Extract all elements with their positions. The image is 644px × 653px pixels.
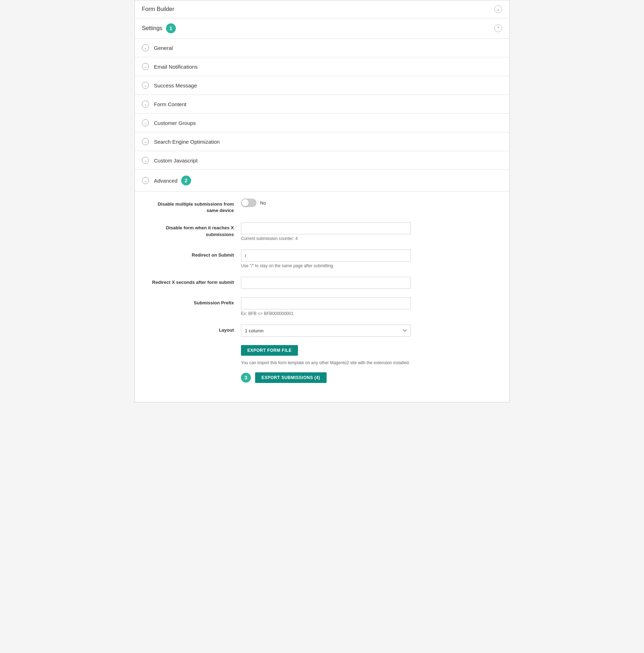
section-row-general[interactable]: ⌄ General <box>135 39 509 57</box>
redirect-label: Redirect on Submit <box>149 250 241 258</box>
section-label-seo: Search Engine Optimization <box>154 139 220 145</box>
field-row-redirect: Redirect on Submit Use "/" to stay on th… <box>149 250 495 268</box>
disable-multiple-toggle-label: No <box>260 200 266 206</box>
export-form-control: EXPORT FORM FILE You can import this for… <box>241 345 495 383</box>
submission-prefix-input[interactable] <box>241 297 411 309</box>
export-form-note: You can import this form template on any… <box>241 360 410 365</box>
disable-multiple-toggle[interactable] <box>241 199 257 207</box>
submission-prefix-label: Submission Prefix <box>149 297 241 306</box>
layout-select[interactable]: 1 column 2 columns 3 columns <box>241 325 411 337</box>
section-label-general: General <box>154 45 173 51</box>
section-label-email-notifications: Email Notifications <box>154 64 197 70</box>
toggle-knob <box>242 199 249 206</box>
redirect-seconds-control <box>241 277 495 289</box>
redirect-seconds-label: Redirect X seconds after form submit <box>149 277 241 286</box>
submission-prefix-control: Ex: BFB => BFB000000001 <box>241 297 495 316</box>
settings-title-row: Settings 1 <box>142 23 176 33</box>
export-submissions-row: 3 EXPORT SUBMISSIONS (4) <box>241 372 495 383</box>
section-row-customer-groups[interactable]: ⌄ Customer Groups <box>135 114 509 132</box>
section-label-custom-js: Custom Javascript <box>154 157 197 164</box>
section-collapse-icon-success: ⌄ <box>142 82 149 89</box>
redirect-note: Use "/" to stay on the same page after s… <box>241 263 495 268</box>
section-row-email-notifications[interactable]: ⌄ Email Notifications <box>135 57 509 76</box>
field-row-layout: Layout 1 column 2 columns 3 columns <box>149 325 495 337</box>
layout-label: Layout <box>149 325 241 333</box>
section-row-seo[interactable]: ⌄ Search Engine Optimization <box>135 132 509 151</box>
redirect-control: Use "/" to stay on the same page after s… <box>241 250 495 268</box>
section-collapse-icon-email: ⌄ <box>142 63 149 70</box>
section-row-advanced[interactable]: ⌄ Advanced 2 <box>135 170 509 191</box>
form-builder-title: Form Builder <box>142 6 174 12</box>
advanced-badge: 2 <box>181 176 191 185</box>
field-row-export-form: EXPORT FORM FILE You can import this for… <box>149 345 495 383</box>
form-builder-header: Form Builder ⌄ <box>135 0 509 18</box>
section-collapse-icon-advanced: ⌄ <box>142 177 149 184</box>
disable-form-note: Current submission counter: 4 <box>241 236 495 241</box>
disable-form-input[interactable] <box>241 222 411 234</box>
field-row-submission-prefix: Submission Prefix Ex: BFB => BFB00000000… <box>149 297 495 316</box>
section-label-success-message: Success Message <box>154 82 197 88</box>
section-collapse-icon-form-content: ⌄ <box>142 101 149 108</box>
section-label-form-content: Form Content <box>154 101 186 107</box>
settings-collapse-icon[interactable]: ⌃ <box>494 24 502 32</box>
section-label-advanced: Advanced <box>154 178 178 184</box>
settings-header: Settings 1 ⌃ <box>135 18 509 39</box>
section-collapse-icon-seo: ⌄ <box>142 138 149 145</box>
form-builder-collapse-icon[interactable]: ⌄ <box>494 5 502 13</box>
redirect-input[interactable] <box>241 250 411 262</box>
section-collapse-icon-customer-groups: ⌄ <box>142 119 149 126</box>
disable-multiple-control: No <box>241 199 495 207</box>
export-submissions-button[interactable]: EXPORT SUBMISSIONS (4) <box>255 372 327 383</box>
export-section: EXPORT FORM FILE You can import this for… <box>241 345 495 365</box>
field-row-redirect-seconds: Redirect X seconds after form submit <box>149 277 495 289</box>
settings-title: Settings <box>142 25 162 31</box>
disable-form-control: Current submission counter: 4 <box>241 222 495 241</box>
export-submissions-badge: 3 <box>241 373 251 383</box>
section-collapse-icon-custom-js: ⌄ <box>142 157 149 164</box>
field-row-disable-multiple: Disable multiple submissions from same d… <box>149 199 495 214</box>
section-collapse-icon-general: ⌄ <box>142 44 149 51</box>
submission-prefix-note: Ex: BFB => BFB000000001 <box>241 311 495 316</box>
settings-badge: 1 <box>166 23 176 33</box>
redirect-seconds-input[interactable] <box>241 277 411 289</box>
section-row-success-message[interactable]: ⌄ Success Message <box>135 76 509 95</box>
field-row-disable-form: Disable form when it reaches X submissio… <box>149 222 495 241</box>
export-form-button[interactable]: EXPORT FORM FILE <box>241 345 298 356</box>
disable-multiple-label: Disable multiple submissions from same d… <box>149 199 241 214</box>
disable-form-label: Disable form when it reaches X submissio… <box>149 222 241 237</box>
section-row-custom-js[interactable]: ⌄ Custom Javascript <box>135 151 509 170</box>
advanced-content: Disable multiple submissions from same d… <box>135 191 509 402</box>
disable-multiple-toggle-row: No <box>241 199 495 207</box>
section-label-customer-groups: Customer Groups <box>154 120 196 126</box>
export-form-label-spacer <box>149 345 241 348</box>
layout-control: 1 column 2 columns 3 columns <box>241 325 495 337</box>
section-row-form-content[interactable]: ⌄ Form Content <box>135 95 509 114</box>
